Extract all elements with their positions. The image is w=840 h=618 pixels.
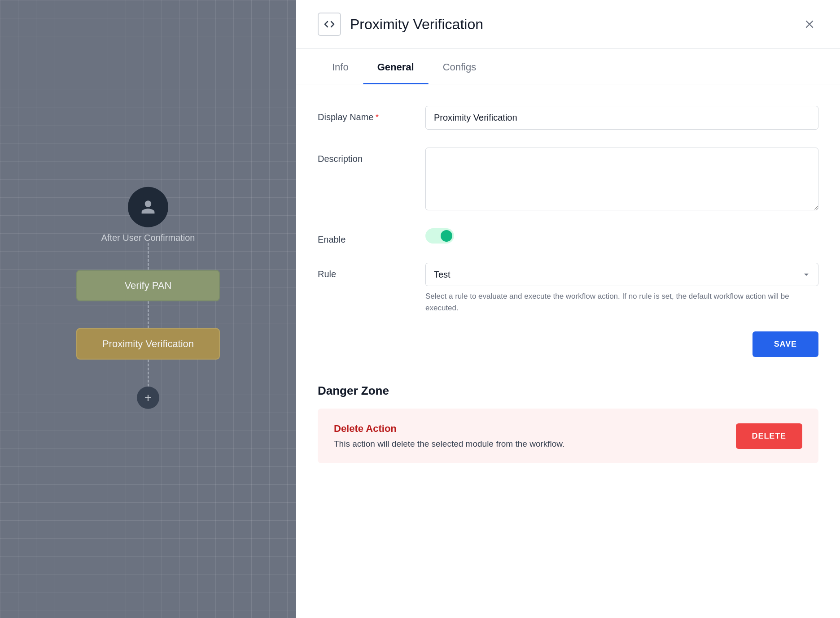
connector-1 [148,243,149,270]
tab-configs[interactable]: Configs [429,49,491,84]
toggle-knob [441,230,452,242]
tabs-bar: Info General Configs [296,49,840,84]
proximity-node-label: Proximity Verification [102,338,194,350]
rule-select[interactable]: Test [425,263,818,286]
description-row: Description [318,148,818,210]
close-button[interactable] [801,15,818,33]
danger-zone-title: Danger Zone [318,384,818,398]
user-icon [140,199,156,215]
description-label: Description [318,148,407,164]
workflow-canvas: After User Confirmation Verify PAN Proxi… [0,0,296,618]
display-name-label: Display Name* [318,106,407,122]
danger-card-text: This action will delete the selected mod… [334,439,725,449]
danger-zone-section: Danger Zone Delete Action This action wi… [318,384,818,463]
rule-row: Rule Test Select a rule to evaluate and … [318,263,818,313]
rule-label: Rule [318,263,407,279]
verify-pan-node[interactable]: Verify PAN [76,270,220,301]
enable-toggle-wrapper [425,228,454,244]
user-node-label: After User Confirmation [101,233,195,243]
connector-3 [148,360,149,387]
detail-panel: Proximity Verification Info General Conf… [296,0,840,618]
tab-info[interactable]: Info [318,49,363,84]
form-content: Display Name* Description Enable Rule Te… [296,84,840,618]
close-icon [803,18,816,30]
danger-card-heading: Delete Action [334,423,725,435]
danger-card-info: Delete Action This action will delete th… [334,423,725,449]
proximity-node[interactable]: Proximity Verification [76,328,220,360]
required-indicator: * [375,112,379,122]
workflow-nodes: After User Confirmation Verify PAN Proxi… [76,187,220,409]
danger-card: Delete Action This action will delete th… [318,409,818,463]
display-name-input[interactable] [425,106,818,130]
delete-button[interactable]: DELETE [736,423,802,449]
connector-2 [148,301,149,328]
panel-header: Proximity Verification [296,0,840,49]
display-name-row: Display Name* [318,106,818,130]
code-icon-button[interactable] [318,13,341,36]
save-row: SAVE [318,331,818,357]
description-textarea[interactable] [425,148,818,210]
user-node[interactable] [128,187,168,227]
add-icon: + [144,391,152,405]
enable-row: Enable [318,228,818,245]
code-brackets-icon [324,19,335,30]
enable-toggle[interactable] [425,228,454,244]
panel-title: Proximity Verification [350,16,792,33]
save-button[interactable]: SAVE [752,331,818,357]
rule-helper-text: Select a rule to evaluate and execute th… [425,291,818,313]
enable-label: Enable [318,228,407,245]
tab-general[interactable]: General [363,49,429,84]
rule-select-wrapper: Test Select a rule to evaluate and execu… [425,263,818,313]
verify-pan-label: Verify PAN [125,280,172,292]
add-node-button[interactable]: + [137,387,159,409]
